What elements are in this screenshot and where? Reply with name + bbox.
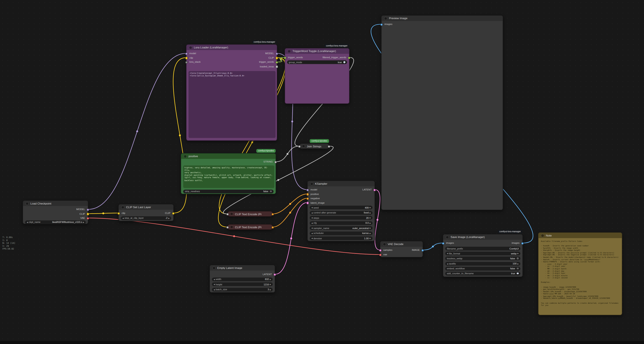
collapse-dot-icon[interactable] [288, 50, 291, 53]
filtered_trigger_words-output-port[interactable] [348, 56, 350, 59]
STRING-output-port[interactable] [274, 161, 277, 163]
increment-arrow-icon[interactable]: ▶ [168, 216, 170, 220]
negative-input-port[interactable] [306, 197, 309, 200]
model-input-port[interactable] [185, 52, 188, 55]
vae-input-port[interactable] [379, 254, 382, 256]
sampler_name-widget[interactable]: ◀sampler_nameeuler_ancestral▶ [310, 226, 373, 230]
decrement-arrow-icon[interactable]: ◀ [214, 288, 215, 291]
node-titlebar[interactable]: positive [181, 154, 276, 159]
toggle-dot[interactable] [517, 272, 519, 274]
batch_size-widget[interactable]: ◀batch_size3▶ [212, 288, 273, 291]
collapse-dot-icon[interactable] [189, 46, 192, 49]
stop_at_clip_layer-widget[interactable]: ◀stop_at_clip_layer-2▶ [121, 216, 171, 220]
CLIP-output-port[interactable] [276, 57, 278, 59]
decrement-arrow-icon[interactable]: ◀ [447, 252, 448, 255]
height-widget[interactable]: ◀height1216▶ [212, 282, 273, 286]
collapse-dot-icon[interactable] [541, 234, 544, 237]
positive-input-port[interactable] [306, 193, 309, 196]
node-lora-loader[interactable]: comfyui-lora-managerLora Loader (LoraMan… [186, 44, 277, 141]
increment-arrow-icon[interactable]: ▶ [370, 232, 371, 235]
increment-arrow-icon[interactable]: ▶ [370, 211, 371, 214]
node-clip-text-encode-positive[interactable]: CLIP Text Encode (Pr [227, 211, 273, 217]
node-vae-decode[interactable]: VAE DecodesamplesvaeIMAGE [380, 241, 423, 258]
increment-arrow-icon[interactable]: ▶ [370, 216, 371, 220]
VAE-output-port[interactable] [86, 217, 89, 220]
node-titlebar[interactable]: Empty Latent Image [210, 265, 275, 270]
decrement-arrow-icon[interactable]: ◀ [311, 221, 312, 225]
node-titlebar[interactable]: Preview Image [382, 16, 503, 21]
decrement-arrow-icon[interactable]: ◀ [214, 277, 215, 281]
collapsed-output-port[interactable] [328, 145, 330, 148]
IMAGE-output-port[interactable] [421, 249, 424, 252]
collapse-dot-icon[interactable] [384, 17, 387, 20]
decrement-arrow-icon[interactable]: ◀ [447, 262, 448, 265]
increment-arrow-icon[interactable]: ▶ [518, 252, 519, 255]
increment-arrow-icon[interactable]: ▶ [270, 277, 271, 281]
node-preview-image[interactable]: Preview Imageimages [381, 15, 503, 210]
embed_workflow-widget[interactable]: embed_workflowfalse [445, 266, 520, 270]
control_after_generate-widget[interactable]: ◀control after generatefixed▶ [310, 211, 373, 214]
node-titlebar[interactable]: Load Checkpoint [23, 201, 88, 206]
group_mode-widget[interactable]: group_modetrue [287, 60, 347, 64]
node-titlebar[interactable]: Lora Loader (LoraManager) [186, 45, 277, 50]
denoise-widget[interactable]: ◀denoise1.00▶ [310, 236, 373, 240]
steps-widget[interactable]: ◀steps20▶ [310, 216, 373, 220]
toggle-dot[interactable] [270, 190, 272, 192]
node-titlebar[interactable]: Note [538, 233, 622, 238]
node-note[interactable]: NoteAvailable filename_prefix Pattern Co… [538, 232, 622, 315]
scheduler-widget[interactable]: ◀schedulerkarras▶ [310, 232, 373, 235]
increment-arrow-icon[interactable]: ▶ [370, 236, 371, 240]
node-empty-latent-image[interactable]: Empty Latent ImageLATENT◀width832▶◀heigh… [210, 265, 275, 292]
samples-input-port[interactable] [379, 249, 382, 252]
toggle-dot[interactable] [517, 258, 519, 259]
node-triggerword-toggle[interactable]: comfyui-lora-managerTriggerWord Toggle (… [284, 48, 350, 104]
node-positive-prompt[interactable]: comfyui-kjnodespositiveSTRINGstrip_newli… [181, 153, 276, 194]
node-titlebar[interactable]: CLIP Text Encode (Pr [228, 224, 273, 230]
filename_prefix-widget[interactable]: filename_prefixComfyUI [445, 247, 520, 250]
toggle-dot[interactable] [517, 268, 519, 269]
collapse-dot-icon[interactable] [212, 266, 216, 269]
decrement-arrow-icon[interactable]: ◀ [311, 216, 312, 220]
collapse-dot-icon[interactable] [184, 154, 187, 158]
trigger_words-output-port[interactable] [276, 61, 278, 64]
node-load-checkpoint[interactable]: Load CheckpointMODELCLIPVAE◀ckpt_nameilw… [22, 200, 88, 224]
LATENT-output-port[interactable] [274, 274, 276, 276]
decrement-arrow-icon[interactable]: ◀ [27, 220, 28, 224]
node-save-image[interactable]: comfyui-lora-managerSave Image (LoraMana… [443, 234, 523, 277]
LATENT-output-port[interactable] [373, 189, 376, 191]
decrement-arrow-icon[interactable]: ◀ [214, 282, 215, 286]
decrement-arrow-icon[interactable]: ◀ [311, 236, 312, 240]
positive-prompt-text[interactable]: highres, very detailed, amazing quality,… [183, 166, 274, 188]
collapse-dot-icon[interactable] [121, 206, 124, 208]
decrement-arrow-icon[interactable]: ◀ [122, 216, 124, 220]
node-titlebar[interactable]: Save Image (LoraManager) [443, 234, 522, 240]
decrement-arrow-icon[interactable]: ◀ [311, 226, 312, 230]
increment-arrow-icon[interactable]: ▶ [370, 221, 371, 225]
collapse-dot-icon[interactable] [230, 212, 233, 216]
node-clip-text-encode-negative[interactable]: CLIP Text Encode (Pr [227, 224, 273, 230]
collapsed-output-port[interactable] [271, 213, 274, 216]
decrement-arrow-icon[interactable]: ◀ [311, 206, 312, 209]
images-output-port[interactable] [521, 242, 524, 244]
node-clip-set-last-layer[interactable]: CLIP Set Last LayerclipCLIP◀stop_at_clip… [118, 204, 174, 221]
clip-input-port[interactable] [185, 57, 188, 59]
width-widget[interactable]: ◀width832▶ [212, 277, 273, 281]
collapse-dot-icon[interactable] [446, 236, 449, 239]
lossless_webp-widget[interactable]: lossless_webpfalse [445, 256, 520, 260]
node-titlebar[interactable]: KSampler [308, 181, 374, 186]
collapse-dot-icon[interactable] [26, 202, 28, 205]
clip-input-port[interactable] [117, 212, 120, 215]
file_format-widget[interactable]: ◀file_formatwebp▶ [445, 252, 520, 255]
node-titlebar[interactable]: CLIP Set Last Layer [118, 204, 173, 210]
node-titlebar[interactable]: CLIP Text Encode (Pr [228, 211, 273, 216]
collapse-dot-icon[interactable] [383, 242, 386, 246]
decrement-arrow-icon[interactable]: ◀ [311, 232, 312, 235]
increment-arrow-icon[interactable]: ▶ [518, 262, 519, 265]
note-text[interactable]: Available filename_prefix Pattern Codes … [540, 239, 622, 314]
cfg-widget[interactable]: ◀cfg8.0▶ [310, 221, 373, 225]
increment-arrow-icon[interactable]: ▶ [83, 220, 84, 224]
ckpt_name-widget[interactable]: ◀ckpt_nameilwaiNSFWIllustrious_v110.s▶ [25, 220, 86, 224]
add_counter_to_filename-widget[interactable]: add_counter_to_filenametrue [445, 272, 520, 275]
lora_stack-input-port[interactable] [185, 61, 188, 64]
collapse-dot-icon[interactable] [310, 182, 313, 185]
